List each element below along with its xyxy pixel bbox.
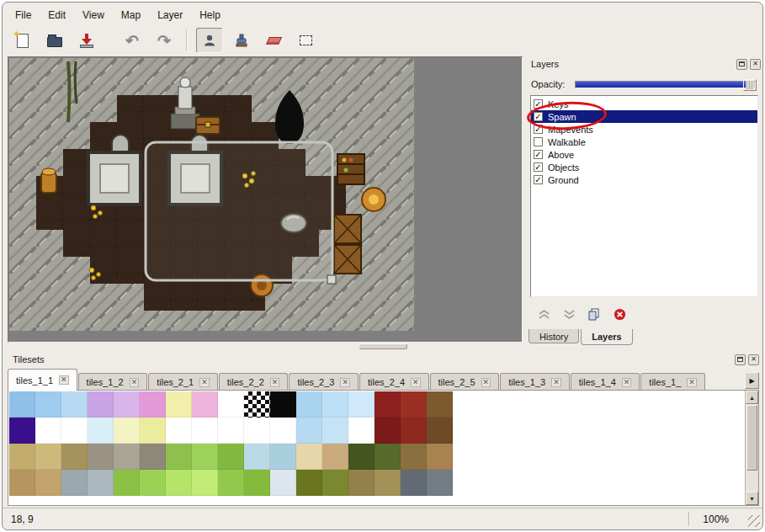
tile[interactable] (401, 418, 427, 444)
scrollbar-thumb[interactable] (746, 405, 757, 471)
layer-list[interactable]: ✓Keys✓Spawn✓MapeventsWalkable✓Above✓Obje… (530, 95, 758, 297)
tile[interactable] (88, 391, 114, 418)
save-button[interactable] (73, 28, 100, 53)
layer-checkbox[interactable] (534, 137, 543, 146)
tab-close-icon[interactable]: ✕ (59, 375, 69, 385)
tile[interactable] (9, 418, 35, 444)
tile[interactable] (61, 391, 88, 418)
tab-close-icon[interactable]: ✕ (130, 378, 140, 387)
layer-row-above[interactable]: ✓Above (531, 148, 757, 161)
stamp-tool-button[interactable] (196, 28, 223, 53)
menu-layer[interactable]: Layer (150, 7, 190, 24)
layer-row-objects[interactable]: ✓Objects (531, 161, 757, 173)
tile[interactable] (166, 391, 192, 418)
tile[interactable] (9, 444, 35, 470)
opacity-slider[interactable] (575, 81, 756, 88)
tile[interactable] (270, 444, 296, 470)
tile[interactable] (88, 470, 114, 496)
tileset-tab-tiles_2_3[interactable]: tiles_2_3✕ (289, 373, 359, 391)
tile[interactable] (166, 444, 192, 470)
tile[interactable] (348, 470, 375, 496)
tile[interactable] (296, 470, 322, 496)
menu-map[interactable]: Map (114, 7, 148, 24)
tile[interactable] (401, 391, 427, 418)
layer-row-ground[interactable]: ✓Ground (531, 173, 757, 186)
tile[interactable] (244, 391, 270, 418)
tile[interactable] (322, 418, 348, 444)
tile[interactable] (244, 444, 270, 470)
tile[interactable] (192, 391, 218, 418)
select-tool-button[interactable] (292, 28, 319, 53)
layer-row-keys[interactable]: ✓Keys (531, 98, 757, 110)
tile[interactable] (401, 470, 427, 496)
tab-close-icon[interactable]: ✕ (481, 378, 491, 387)
tile[interactable] (270, 391, 296, 418)
tile[interactable] (375, 444, 401, 470)
tile[interactable] (140, 470, 166, 496)
tileset-tab-tiles_1_[interactable]: tiles_1_✕ (640, 373, 704, 391)
layer-checkbox[interactable]: ✓ (534, 150, 543, 159)
layer-row-walkable[interactable]: Walkable (531, 136, 757, 148)
tile[interactable] (218, 391, 244, 418)
tile[interactable] (140, 391, 166, 418)
tile[interactable] (166, 418, 192, 444)
tab-close-icon[interactable]: ✕ (270, 378, 280, 387)
tile[interactable] (270, 418, 296, 444)
menu-view[interactable]: View (75, 7, 112, 24)
selection-handle[interactable] (327, 275, 336, 284)
tab-close-icon[interactable]: ✕ (411, 378, 421, 387)
fill-tool-button[interactable] (228, 28, 255, 53)
tileset-tab-tiles_1_2[interactable]: tiles_1_2✕ (78, 373, 148, 391)
float-panel-icon[interactable] (736, 59, 747, 70)
tile[interactable] (322, 444, 348, 470)
tile[interactable] (427, 391, 453, 418)
dock-tab-layers[interactable]: Layers (581, 329, 632, 345)
close-panel-icon[interactable]: ✕ (750, 59, 761, 70)
scroll-up-button[interactable]: ▲ (746, 391, 758, 404)
tileset-grid[interactable] (9, 391, 454, 496)
open-button[interactable] (41, 28, 68, 53)
tile[interactable] (296, 418, 322, 444)
splitter-grip[interactable] (359, 343, 407, 349)
tile[interactable] (244, 418, 270, 444)
tile[interactable] (322, 391, 348, 418)
layer-checkbox[interactable]: ✓ (534, 162, 543, 172)
tile[interactable] (218, 444, 244, 470)
tile[interactable] (35, 391, 61, 418)
map-selection[interactable] (146, 142, 332, 280)
tileset-tab-tiles_2_5[interactable]: tiles_2_5✕ (430, 373, 500, 391)
menu-file[interactable]: File (8, 7, 39, 24)
tile[interactable] (348, 418, 375, 444)
map-canvas[interactable] (9, 58, 414, 331)
tile[interactable] (9, 391, 35, 418)
tab-close-icon[interactable]: ✕ (199, 378, 210, 387)
layer-checkbox[interactable]: ✓ (534, 125, 543, 134)
tile[interactable] (401, 444, 427, 470)
layer-row-spawn[interactable]: ✓Spawn (531, 110, 757, 123)
resize-grip[interactable] (748, 515, 760, 527)
tile[interactable] (427, 418, 453, 444)
new-file-button[interactable]: ✦ (9, 28, 36, 53)
tab-close-icon[interactable]: ✕ (551, 378, 561, 387)
tile[interactable] (218, 470, 244, 496)
undo-button[interactable]: ↶ (119, 28, 146, 53)
tile[interactable] (140, 444, 166, 470)
tile[interactable] (35, 470, 61, 496)
close-tilesets-icon[interactable]: ✕ (748, 354, 759, 365)
tab-scroll-right-button[interactable]: ▶ (745, 372, 759, 389)
menu-help[interactable]: Help (192, 7, 228, 24)
tile[interactable] (322, 470, 348, 496)
tile[interactable] (192, 470, 218, 496)
tab-close-icon[interactable]: ✕ (340, 378, 350, 387)
tileset-tab-tiles_2_2[interactable]: tiles_2_2✕ (219, 373, 289, 391)
tileset-tab-tiles_2_1[interactable]: tiles_2_1✕ (148, 373, 218, 391)
dock-tab-history[interactable]: History (529, 329, 579, 343)
tile[interactable] (427, 444, 453, 470)
tile[interactable] (375, 418, 401, 444)
scroll-down-button[interactable]: ▼ (746, 492, 758, 505)
tile[interactable] (114, 418, 140, 444)
tab-close-icon[interactable]: ✕ (622, 378, 632, 387)
layer-checkbox[interactable]: ✓ (534, 99, 543, 109)
delete-layer-button[interactable] (607, 306, 632, 323)
tile[interactable] (218, 418, 244, 444)
